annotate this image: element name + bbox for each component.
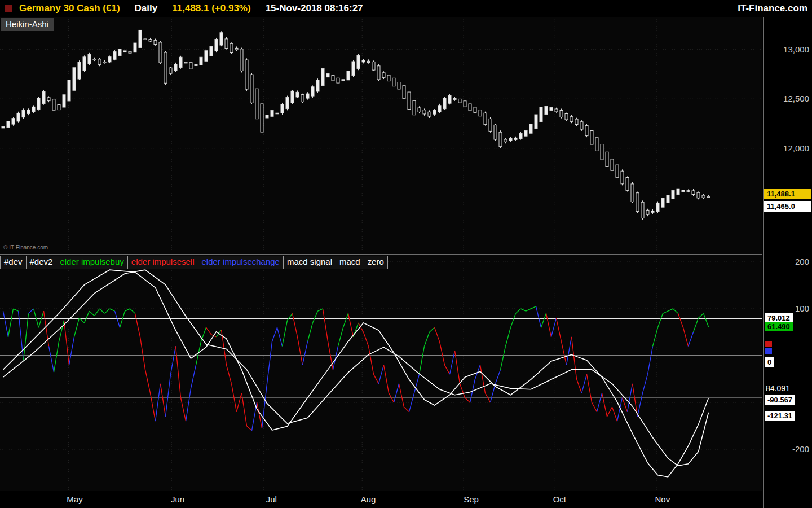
price-chart-canvas[interactable] (0, 17, 762, 254)
legend-item-elder-impulsesell[interactable]: elder impulsesell (127, 256, 198, 269)
chart-type-label[interactable]: Heikin-Ashi (1, 18, 54, 31)
prev-price-tag: 11,465.0 (764, 201, 811, 212)
month-label-may: May (67, 494, 82, 504)
indicator-value-tag (765, 341, 772, 347)
legend-item--dev[interactable]: #dev (0, 256, 27, 269)
indicator-tick: 200 (795, 257, 809, 266)
indicator-value-tag: -90.567 (765, 395, 795, 405)
quote-datetime: 15-Nov-2018 08:16:27 (266, 3, 363, 14)
last-price-change: 11,488.1 (+0.93%) (172, 3, 250, 14)
indicator-legend: #dev#dev2elder impulsebuyelder impulsese… (0, 256, 388, 269)
time-axis[interactable]: MayJunJulAugSepOctNov (0, 491, 762, 508)
legend-item-zero[interactable]: zero (364, 256, 388, 269)
indicator-tick: -200 (792, 445, 809, 454)
brand-name: IT-Finance.com (738, 3, 807, 14)
price-tick: 13,000 (783, 45, 809, 54)
price-tick: 12,500 (783, 94, 809, 103)
legend-item--dev2[interactable]: #dev2 (26, 256, 57, 269)
legend-item-macd[interactable]: macd (336, 256, 364, 269)
watermark: © IT-Finance.com (3, 244, 48, 251)
price-axis[interactable]: 13,00012,50012,00011,488.111,465.0200100… (763, 17, 812, 508)
month-label-jun: Jun (171, 494, 184, 504)
price-tick: 12,000 (783, 144, 809, 153)
month-label-nov: Nov (655, 494, 670, 504)
indicator-value-tag (765, 348, 772, 354)
title-bar: Germany 30 Cash (€1) Daily 11,488.1 (+0.… (0, 0, 812, 17)
month-label-oct: Oct (553, 494, 566, 504)
indicator-value-tag: 84.091 (765, 384, 791, 393)
instrument-name[interactable]: Germany 30 Cash (€1) (19, 3, 120, 14)
app-logo-icon (5, 5, 12, 12)
legend-item-elder-impulsebuy[interactable]: elder impulsebuy (56, 256, 127, 269)
last-price-tag: 11,488.1 (764, 189, 811, 199)
chart-window: Germany 30 Cash (€1) Daily 11,488.1 (+0.… (0, 0, 812, 508)
legend-item-macd-signal[interactable]: macd signal (283, 256, 336, 269)
legend-item-elder-impulsechange[interactable]: elder impulsechange (198, 256, 284, 269)
indicator-value-tag: -121.31 (765, 411, 795, 421)
month-label-aug: Aug (361, 494, 376, 504)
month-label-jul: Jul (266, 494, 277, 504)
indicator-value-tag: 0 (765, 357, 774, 367)
timeframe-label[interactable]: Daily (135, 3, 158, 14)
month-label-sep: Sep (464, 494, 479, 504)
indicator-canvas[interactable] (0, 255, 762, 491)
indicator-value-tag: 61.490 (765, 322, 793, 331)
indicator-tick: 100 (795, 304, 809, 313)
